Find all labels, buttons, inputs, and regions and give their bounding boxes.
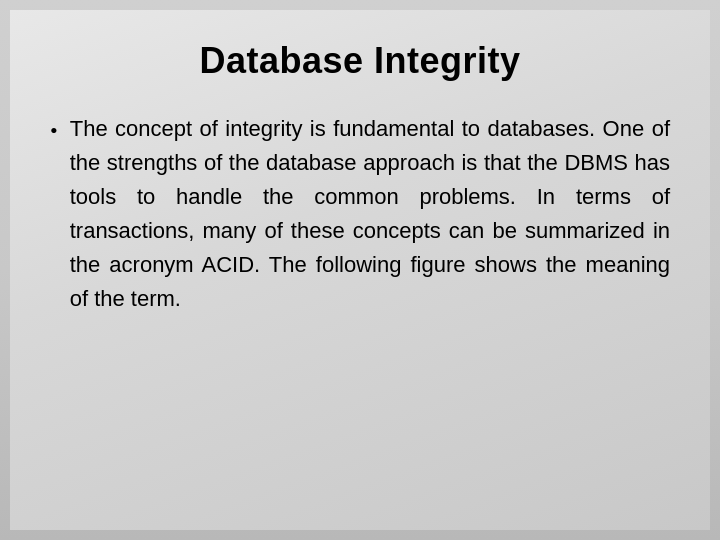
bullet-text: The concept of integrity is fundamental … — [70, 112, 670, 317]
slide-content: • The concept of integrity is fundamenta… — [50, 112, 670, 500]
bullet-dot: • — [50, 114, 58, 148]
slide-title: Database Integrity — [50, 40, 670, 82]
bullet-item: • The concept of integrity is fundamenta… — [50, 112, 670, 317]
slide: Database Integrity • The concept of inte… — [10, 10, 710, 530]
